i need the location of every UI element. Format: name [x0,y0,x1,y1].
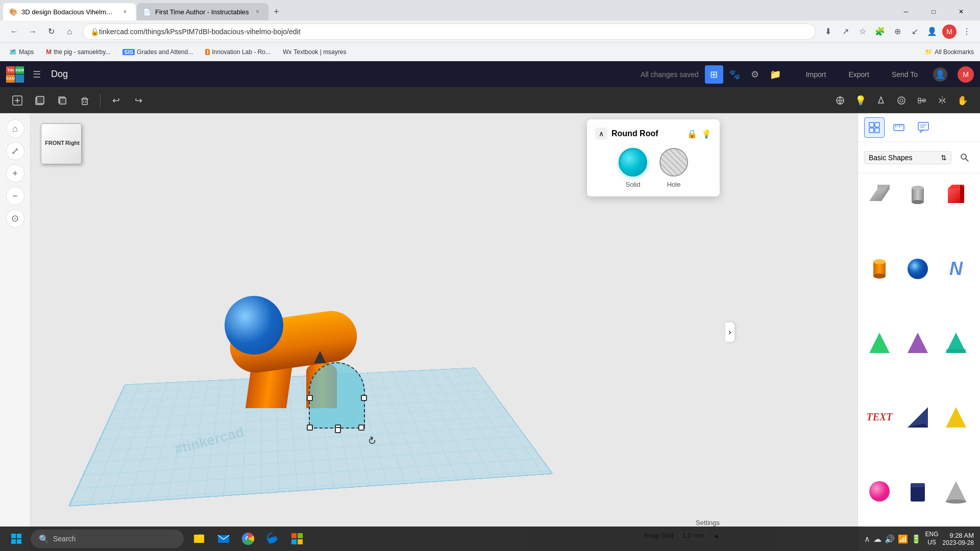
handle-mid-left[interactable] [307,395,313,401]
bookmarks-folder[interactable]: 📁 All Bookmarks [925,48,974,56]
cog-grid-button[interactable]: ⚙ [746,65,764,84]
hamburger-menu[interactable]: ☰ [29,66,45,83]
bookmark-gmail[interactable]: M the pig - samuelrby... [43,47,113,57]
handle-bottom-left[interactable] [307,424,313,431]
folder-button[interactable]: 📁 [766,65,785,84]
tab-inactive[interactable]: 📄 First Time Author - Instructables × [137,3,268,20]
grid-library-icon[interactable] [864,117,885,138]
send-to-button[interactable]: Send To [883,67,927,82]
hole-option[interactable]: Hole [659,148,688,188]
delete-button[interactable] [76,91,94,110]
shape-item-cylinder-gray[interactable] [900,178,935,212]
handle-top-center[interactable] [335,427,341,433]
ruler-library-icon[interactable] [889,117,909,138]
browser-extension-1[interactable]: ↗ [838,24,852,39]
duplicate-button[interactable] [53,91,71,110]
zoom-out-button[interactable]: − [6,187,24,205]
new-tab-button[interactable]: + [270,5,284,19]
round-roof-shape[interactable]: ↻ [309,362,365,429]
shape-select-button[interactable] [872,91,890,110]
menu-icon[interactable]: ⋮ [960,24,974,39]
lock-icon[interactable]: 🔒 [687,129,697,139]
bookmark-maps[interactable]: 🗺️ Maps [6,47,37,57]
user-profile-icon[interactable]: 👤 [933,67,947,82]
redo-button[interactable]: ↪ [129,91,148,110]
taskbar-edge[interactable] [261,528,284,550]
right-panel-toggle[interactable]: › [725,322,735,342]
paw-icon-button[interactable]: 🐾 [725,65,744,84]
user-avatar-header[interactable]: M [958,66,974,83]
shape-item-cylinder-orange[interactable] [862,252,897,286]
tinkercad-logo[interactable]: TIN KER CAD [6,66,22,83]
user-avatar[interactable]: M [942,24,957,39]
rotate-handle[interactable]: ↻ [365,433,379,448]
forward-button[interactable]: → [24,23,41,40]
shape-item-box-navy[interactable] [900,474,935,509]
language-indicator[interactable]: ENG US [925,531,939,546]
shape-item-cone-gray[interactable] [939,474,973,509]
handle-bottom-right[interactable] [358,424,364,431]
tray-battery-icon[interactable]: 🔋 [911,534,921,544]
copy-workplane-button[interactable] [31,91,49,110]
align-button[interactable] [913,91,931,110]
profile-icon[interactable]: 👤 [925,24,939,39]
shape-item-pyramid-green[interactable] [862,325,897,360]
close-button[interactable]: ✕ [949,3,973,20]
grab-button[interactable]: ✋ [953,91,972,110]
panel-collapse-button[interactable]: ∧ [595,128,607,140]
ring-button[interactable] [892,91,911,110]
shapes-search-button[interactable] [955,148,974,167]
shape-item-pyramid-yellow[interactable] [939,400,973,435]
shape-item-letter-n[interactable]: N [939,252,973,286]
shape-item-sphere-pink[interactable] [862,474,897,509]
address-bar[interactable]: 🔒 tinkercad.com/things/kPssPtM7dBl-bodac… [83,23,816,40]
shape-item-prism-teal[interactable] [939,325,973,360]
taskbar-store[interactable] [286,528,308,550]
import-button[interactable]: Import [797,67,836,82]
maximize-button[interactable]: □ [922,3,945,20]
new-design-button[interactable] [8,91,27,110]
taskbar-mail[interactable] [212,528,235,550]
handle-mid-right[interactable] [361,395,367,401]
tab-active[interactable]: 🎨 3D design Bodacious Vihelmo-B... × [3,3,136,20]
light-icon[interactable]: 💡 [701,129,712,139]
bookmark-sis[interactable]: SIS Grades and Attend... [119,47,196,57]
perspective-button[interactable]: ⊙ [6,209,24,228]
undo-button[interactable]: ↩ [107,91,125,110]
download-icon[interactable]: ⬇ [821,24,835,39]
settings-button[interactable]: Settings [696,519,720,527]
shape-item-sphere-blue[interactable] [900,252,935,286]
start-button[interactable] [6,529,27,549]
view-mode-button[interactable] [831,91,849,110]
tray-network-icon[interactable]: ☁ [873,534,881,544]
taskbar-files[interactable] [188,528,210,550]
zoom-in-button[interactable]: + [6,164,24,183]
tray-up-arrow[interactable]: ∧ [864,534,870,544]
refresh-button[interactable]: ↻ [43,23,59,40]
extension-icon[interactable]: 🧩 [873,24,887,39]
taskbar-chrome[interactable] [237,528,259,550]
shape-item-box-red[interactable] [939,178,973,212]
taskbar-search-bar[interactable]: 🔍 Search [31,530,184,548]
view-cube[interactable]: FRONT Right [41,123,82,164]
canvas-area[interactable]: FRONT Right #tinkercad [31,113,857,551]
shape-item-wedge-navy[interactable] [900,400,935,435]
bookmark-textbook[interactable]: Wx Textbook | msayres [280,47,349,57]
light-button[interactable]: 💡 [851,91,870,110]
export-button[interactable]: Export [839,67,878,82]
tray-speaker-icon[interactable]: 🔊 [885,534,895,544]
back-button[interactable]: ← [6,23,22,40]
shape-item-pyramid-purple[interactable] [900,325,935,360]
bookmark-innovation[interactable]: I Innovation Lab - Ro... [202,47,274,57]
grid-view-button[interactable]: ⊞ [705,65,723,84]
home-button[interactable]: ⌂ [61,23,78,40]
star-icon[interactable]: ☆ [855,24,870,39]
extensions-more[interactable]: ⊕ [890,24,904,39]
minimize-button[interactable]: ─ [894,3,918,20]
solid-option[interactable]: Solid [619,148,647,188]
shape-item-box-gray[interactable] [862,178,897,212]
shape-item-text-red[interactable]: TEXT [862,400,897,435]
tab-close-inactive[interactable]: × [253,7,262,16]
download-icon-2[interactable]: ↙ [908,24,922,39]
tab-close-active[interactable]: × [120,7,130,16]
